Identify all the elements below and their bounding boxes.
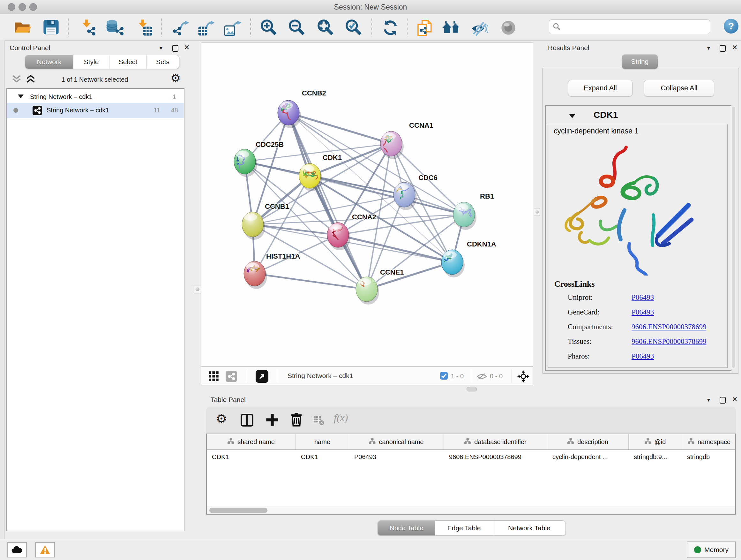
table-hscrollbar[interactable] bbox=[207, 506, 735, 515]
table-cell[interactable]: P06493 bbox=[349, 450, 444, 465]
search-field[interactable] bbox=[549, 19, 710, 34]
export-network-icon[interactable] bbox=[172, 19, 190, 37]
table-panel-close-button[interactable]: ✕ bbox=[732, 395, 738, 403]
network-node-CCNA1[interactable]: CCNA1 bbox=[380, 121, 433, 159]
protein-structure-image bbox=[548, 138, 727, 275]
hide-panels-icon[interactable] bbox=[470, 19, 488, 37]
string-copy-icon[interactable] bbox=[416, 19, 433, 37]
column-header-name[interactable]: name bbox=[296, 434, 349, 449]
function-builder-icon[interactable]: f(x) bbox=[334, 412, 348, 424]
open-session-icon[interactable] bbox=[14, 19, 32, 35]
entry-collapse-arrow[interactable] bbox=[569, 114, 575, 118]
apply-layout-icon[interactable] bbox=[382, 19, 399, 37]
results-panel-float-button[interactable]: ▼ bbox=[706, 45, 711, 51]
crosslink-link[interactable]: 9606.ENSP00000378699 bbox=[631, 337, 706, 346]
collapse-all-button[interactable]: Collapse All bbox=[644, 80, 714, 97]
crosslink-link[interactable]: 9606.ENSP00000378699 bbox=[631, 323, 706, 331]
network-collection-row[interactable]: String Network – cdk1 1 bbox=[7, 90, 184, 104]
warning-button[interactable] bbox=[35, 542, 55, 557]
network-node-CCNA2[interactable]: CCNA2 bbox=[327, 213, 376, 250]
tab-edge-table[interactable]: Edge Table bbox=[435, 521, 493, 536]
results-panel-close-button[interactable]: ✕ bbox=[732, 44, 738, 52]
results-tab-string[interactable]: String bbox=[622, 54, 658, 69]
network-view-icon[interactable] bbox=[226, 371, 237, 382]
table-header-row: shared namenamecanonical namedatabase id… bbox=[207, 434, 735, 450]
column-header-description[interactable]: description bbox=[547, 434, 629, 449]
tab-sets[interactable]: Sets bbox=[147, 55, 179, 69]
string-home-icon[interactable] bbox=[442, 19, 461, 37]
table-cell[interactable]: stringdb bbox=[682, 450, 736, 465]
network-node-CDKN1A[interactable]: CDKN1A bbox=[436, 240, 496, 277]
show-graphics-details-icon[interactable] bbox=[500, 19, 517, 37]
column-header-canonical-name[interactable]: canonical name bbox=[349, 434, 444, 449]
tab-network-table[interactable]: Network Table bbox=[493, 521, 565, 536]
selected-checkbox[interactable] bbox=[440, 372, 448, 380]
table-hscrollbar-thumb[interactable] bbox=[209, 508, 267, 513]
network-node-HIST1H1A[interactable]: HIST1H1A bbox=[244, 252, 300, 289]
import-network-icon[interactable] bbox=[79, 19, 97, 37]
delete-column-icon[interactable] bbox=[290, 413, 303, 427]
column-header-label: database identifier bbox=[474, 438, 526, 446]
control-panel-undock-button[interactable] bbox=[172, 45, 179, 52]
crosslink-link[interactable]: P06493 bbox=[631, 294, 654, 302]
zoom-in-icon[interactable] bbox=[260, 19, 278, 37]
birds-eye-navigator-icon[interactable] bbox=[517, 370, 530, 383]
left-splitter-handle[interactable] bbox=[194, 285, 201, 294]
collection-expand-arrow[interactable] bbox=[18, 95, 23, 98]
table-cell[interactable]: CDK1 bbox=[207, 450, 296, 465]
network-options-gear-icon[interactable]: ⚙ bbox=[171, 71, 181, 84]
table-row[interactable]: CDK1CDK1P064939606.ENSP00000378699cyclin… bbox=[207, 450, 735, 465]
network-node-CDK1[interactable]: CDK1 bbox=[299, 153, 342, 191]
expand-all-button[interactable]: Expand All bbox=[568, 80, 632, 97]
import-table-icon[interactable] bbox=[135, 19, 153, 37]
horizontal-splitter-handle[interactable] bbox=[467, 387, 477, 391]
control-panel-float-button[interactable]: ▼ bbox=[158, 45, 163, 51]
detach-view-button[interactable] bbox=[256, 370, 268, 383]
network-node-RB1[interactable]: RB1 bbox=[453, 192, 494, 230]
table-cell[interactable]: stringdb:9... bbox=[629, 450, 682, 465]
network-canvas-svg[interactable]: CCNB2CCNA1CDC25BCDK1CDC6RB1CCNB1CCNA2CDK… bbox=[201, 43, 533, 366]
crosslink-link[interactable]: P06493 bbox=[631, 352, 654, 361]
column-header-database-identifier[interactable]: database identifier bbox=[444, 434, 547, 449]
tab-network[interactable]: Network bbox=[25, 55, 73, 69]
table-panel-undock-button[interactable] bbox=[720, 397, 726, 403]
cloud-button[interactable] bbox=[7, 542, 27, 557]
crosslink-link[interactable]: P06493 bbox=[631, 308, 654, 316]
column-header-shared-name[interactable]: shared name bbox=[207, 434, 296, 449]
add-column-icon[interactable] bbox=[266, 413, 279, 427]
network-canvas[interactable]: CCNB2CCNA1CDC25BCDK1CDC6RB1CCNB1CCNA2CDK… bbox=[201, 43, 533, 367]
network-node-CCNB1[interactable]: CCNB1 bbox=[242, 202, 289, 240]
save-session-icon[interactable] bbox=[43, 19, 59, 35]
export-image-icon[interactable] bbox=[224, 19, 243, 37]
right-splitter-handle[interactable] bbox=[534, 208, 540, 216]
network-node-CDC6[interactable]: CDC6 bbox=[391, 174, 437, 210]
node-label-CCNB1: CCNB1 bbox=[265, 202, 289, 210]
show-columns-icon[interactable] bbox=[241, 414, 253, 427]
zoom-out-icon[interactable] bbox=[288, 19, 306, 37]
tab-style[interactable]: Style bbox=[73, 55, 110, 69]
memory-button[interactable]: Memory bbox=[687, 542, 736, 558]
column-header-namespace[interactable]: namespace bbox=[682, 434, 736, 449]
import-network-database-icon[interactable] bbox=[105, 19, 125, 37]
export-table-icon[interactable] bbox=[197, 19, 216, 37]
zoom-fit-content-icon[interactable] bbox=[317, 19, 334, 37]
search-input[interactable] bbox=[563, 23, 698, 31]
tab-select[interactable]: Select bbox=[110, 55, 147, 69]
grid-view-icon[interactable] bbox=[208, 371, 219, 382]
zoom-selected-icon[interactable] bbox=[345, 19, 362, 37]
results-scrollbar[interactable] bbox=[731, 106, 736, 369]
table-panel-float-button[interactable]: ▼ bbox=[706, 397, 711, 402]
hidden-eye-icon[interactable] bbox=[476, 373, 487, 380]
control-panel-close-button[interactable]: ✕ bbox=[184, 44, 190, 52]
table-cell[interactable]: 9606.ENSP00000378699 bbox=[444, 450, 547, 465]
delete-table-icon[interactable] bbox=[313, 416, 324, 425]
table-cell[interactable]: cyclin-dependent ... bbox=[547, 450, 629, 465]
network-row-selected[interactable]: String Network – cdk1 11 48 bbox=[7, 103, 184, 118]
results-panel-undock-button[interactable] bbox=[720, 45, 726, 52]
table-cell[interactable]: CDK1 bbox=[296, 450, 349, 465]
table-gear-icon[interactable]: ⚙ bbox=[216, 411, 227, 426]
help-icon[interactable]: ? bbox=[724, 19, 738, 34]
column-header--id[interactable]: @id bbox=[629, 434, 682, 449]
network-node-CDC25B[interactable]: CDC25B bbox=[234, 140, 284, 177]
tab-node-table[interactable]: Node Table bbox=[378, 521, 435, 536]
